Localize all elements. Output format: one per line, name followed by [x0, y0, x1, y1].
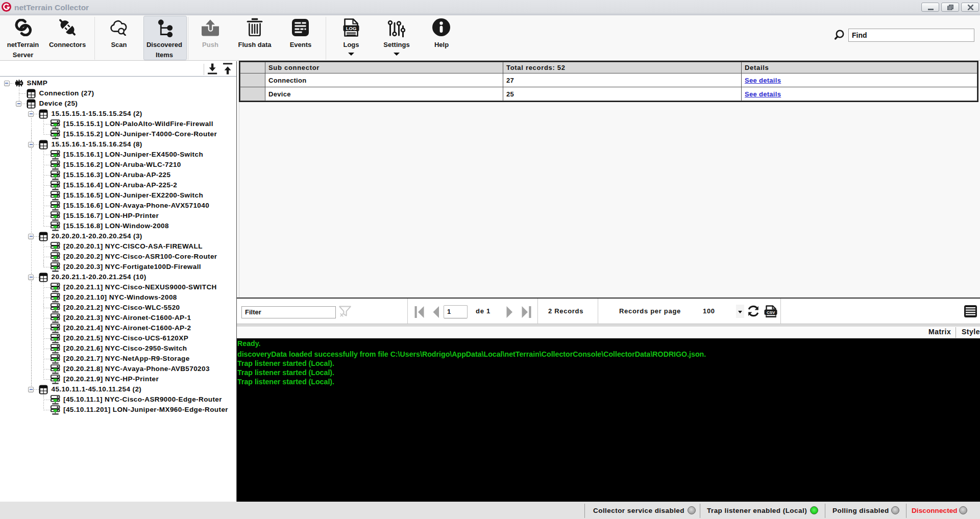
svg-text:LOG: LOG — [346, 26, 357, 31]
svg-text:CSV: CSV — [767, 310, 775, 315]
